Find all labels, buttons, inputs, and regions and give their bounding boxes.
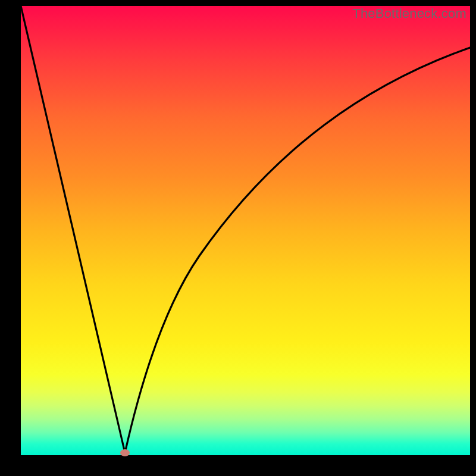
bottleneck-curve — [21, 6, 470, 455]
chart-frame: TheBottleneck.com — [0, 0, 476, 476]
plot-area: TheBottleneck.com — [21, 6, 470, 455]
curve-path — [21, 6, 470, 453]
minimum-marker — [120, 449, 130, 456]
